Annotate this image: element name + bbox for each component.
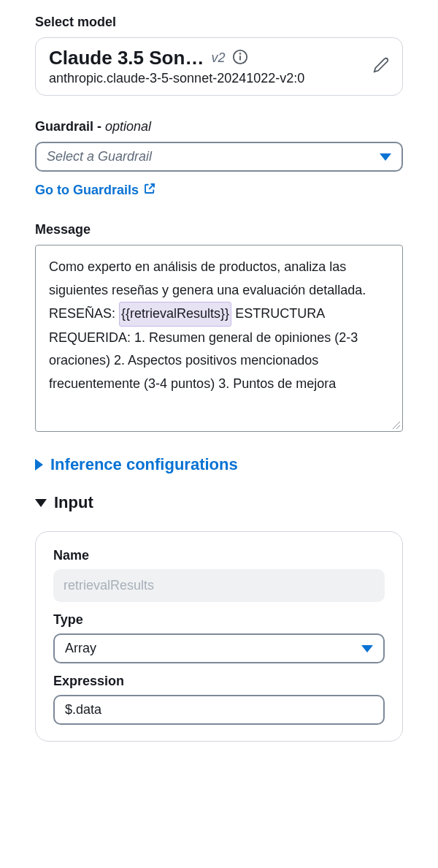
guardrails-link-text: Go to Guardrails (35, 183, 139, 198)
name-field-label: Name (53, 548, 385, 563)
message-content[interactable]: Como experto en análisis de productos, a… (36, 245, 402, 431)
guardrail-dropdown[interactable]: Select a Guardrail (35, 142, 403, 172)
svg-point-2 (240, 53, 241, 53)
input-card: Name retrievalResults Type Array Express… (35, 531, 403, 742)
inference-config-title: Inference configurations (50, 455, 238, 474)
select-model-label: Select model (35, 15, 403, 30)
pencil-icon[interactable] (373, 57, 389, 76)
input-section-title: Input (54, 493, 93, 512)
guardrail-label: Guardrail - optional (35, 119, 403, 134)
template-variable-chip: {{retrievalResults}} (119, 302, 231, 327)
caret-down-icon (35, 499, 47, 507)
model-id-text: anthropic.claude-3-5-sonnet-20241022-v2:… (49, 71, 367, 86)
guardrail-label-text: Guardrail - (35, 119, 105, 134)
model-card-content: Claude 3.5 Son… v2 anthropic.claude-3-5-… (49, 47, 367, 86)
model-selector-card[interactable]: Claude 3.5 Son… v2 anthropic.claude-3-5-… (35, 37, 403, 96)
type-dropdown[interactable]: Array (53, 633, 385, 663)
model-name: Claude 3.5 Son… (49, 47, 204, 69)
message-textarea[interactable]: Como experto en análisis de productos, a… (35, 245, 403, 432)
caret-right-icon (35, 459, 43, 471)
info-icon[interactable] (232, 49, 248, 68)
chevron-down-icon (380, 153, 391, 161)
inference-config-toggle[interactable]: Inference configurations (35, 455, 403, 474)
type-value: Array (65, 641, 96, 656)
guardrail-optional-text: optional (105, 119, 151, 134)
type-field-label: Type (53, 612, 385, 628)
external-link-icon (143, 182, 156, 199)
input-section-toggle[interactable]: Input (35, 493, 403, 512)
expression-field-label: Expression (53, 674, 385, 689)
expression-input[interactable] (53, 695, 385, 725)
name-field: retrievalResults (53, 569, 385, 602)
model-title-row: Claude 3.5 Son… v2 (49, 47, 367, 69)
guardrail-placeholder: Select a Guardrail (47, 149, 152, 164)
message-label: Message (35, 222, 403, 237)
go-to-guardrails-link[interactable]: Go to Guardrails (35, 182, 156, 199)
chevron-down-icon (361, 645, 373, 652)
model-version-badge: v2 (211, 50, 225, 66)
